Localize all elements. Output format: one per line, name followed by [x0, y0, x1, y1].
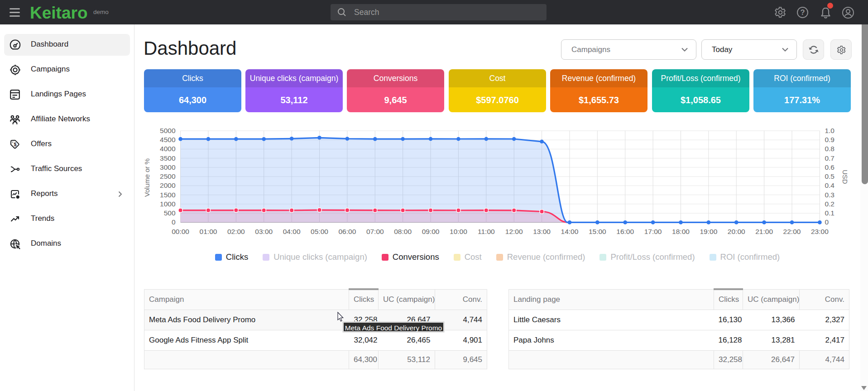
svg-text:00:00: 00:00: [172, 228, 189, 235]
svg-text:2500: 2500: [160, 172, 176, 180]
svg-text:22:00: 22:00: [783, 228, 801, 235]
svg-text:0: 0: [825, 218, 829, 226]
svg-text:0.3: 0.3: [825, 191, 834, 199]
svg-text:09:00: 09:00: [422, 228, 440, 235]
svg-text:20:00: 20:00: [728, 228, 745, 235]
svg-text:0.4: 0.4: [825, 181, 834, 189]
svg-text:13:00: 13:00: [533, 228, 551, 235]
svg-text:3000: 3000: [160, 163, 176, 171]
svg-text:Volume or %: Volume or %: [143, 158, 151, 197]
svg-text:3500: 3500: [160, 154, 176, 162]
svg-text:18:00: 18:00: [672, 228, 690, 235]
svg-text:04:00: 04:00: [283, 228, 301, 235]
svg-text:17:00: 17:00: [644, 228, 662, 235]
svg-text:08:00: 08:00: [394, 228, 412, 235]
svg-text:5000: 5000: [160, 127, 176, 134]
svg-text:0.6: 0.6: [825, 163, 834, 171]
svg-text:0.8: 0.8: [825, 145, 834, 153]
svg-text:21:00: 21:00: [755, 228, 773, 235]
svg-text:2000: 2000: [160, 181, 176, 189]
svg-text:0.2: 0.2: [825, 200, 834, 208]
svg-text:02:00: 02:00: [227, 228, 245, 235]
svg-text:14:00: 14:00: [561, 228, 579, 235]
svg-text:03:00: 03:00: [255, 228, 273, 235]
svg-text:4500: 4500: [160, 136, 176, 143]
svg-text:?: ?: [800, 8, 805, 16]
svg-text:1.0: 1.0: [825, 127, 834, 134]
svg-text:11:00: 11:00: [478, 228, 495, 235]
svg-text:4000: 4000: [160, 145, 176, 153]
svg-text:16:00: 16:00: [616, 228, 634, 235]
svg-text:06:00: 06:00: [338, 228, 356, 235]
svg-text:10:00: 10:00: [450, 228, 467, 235]
svg-text:23:00: 23:00: [811, 228, 829, 235]
svg-text:0.7: 0.7: [825, 154, 834, 162]
svg-text:15:00: 15:00: [589, 228, 606, 235]
svg-text:1000: 1000: [160, 200, 176, 208]
svg-text:500: 500: [164, 209, 176, 217]
svg-text:12:00: 12:00: [505, 228, 523, 235]
svg-text:0.5: 0.5: [825, 172, 834, 180]
svg-text:05:00: 05:00: [311, 228, 328, 235]
svg-text:USD: USD: [841, 170, 849, 184]
svg-text:1500: 1500: [160, 191, 176, 199]
svg-text:0.1: 0.1: [825, 209, 834, 217]
svg-text:07:00: 07:00: [366, 228, 384, 235]
svg-text:01:00: 01:00: [200, 228, 217, 235]
svg-text:0.9: 0.9: [825, 136, 834, 143]
svg-text:19:00: 19:00: [700, 228, 717, 235]
svg-text:$: $: [14, 142, 16, 147]
svg-text:0: 0: [172, 218, 176, 226]
